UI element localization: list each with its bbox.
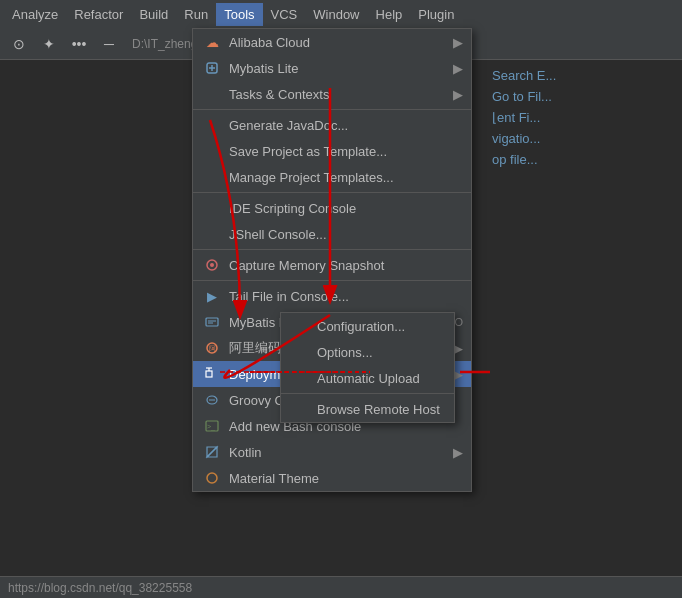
- menu-plugin[interactable]: Plugin: [410, 3, 462, 26]
- tail-icon: ▶: [201, 289, 223, 304]
- arrow-icon: ▶: [453, 35, 463, 50]
- mybatis-icon: [201, 61, 223, 75]
- config-label: Configuration...: [317, 319, 446, 334]
- deployment-icon: [201, 367, 223, 381]
- menu-vcs[interactable]: VCS: [263, 3, 306, 26]
- separator-3: [193, 249, 471, 250]
- alibaba-encode-icon: 阿: [201, 341, 223, 355]
- browse-remote-label: Browse Remote Host: [317, 402, 446, 417]
- tasks-label: Tasks & Contexts: [229, 87, 453, 102]
- kotlin-arrow-icon: ▶: [453, 445, 463, 460]
- menu-manage-templates[interactable]: Manage Project Templates...: [193, 164, 471, 190]
- javadoc-label: Generate JavaDoc...: [229, 118, 463, 133]
- menu-help[interactable]: Help: [368, 3, 411, 26]
- options-label: Options...: [317, 345, 446, 360]
- auto-upload-label: Automatic Upload: [317, 371, 446, 386]
- mybatis-log-icon: [201, 315, 223, 329]
- menubar: Analyze Refactor Build Run Tools VCS Win…: [0, 0, 682, 28]
- menu-analyze[interactable]: Analyze: [4, 3, 66, 26]
- svg-marker-18: [207, 447, 217, 457]
- submenu-browse-remote[interactable]: Browse Remote Host: [281, 396, 454, 422]
- dropdown-overlay: ☁ Alibaba Cloud ▶ Mybatis Lite ▶ Tasks &…: [0, 28, 682, 598]
- manage-templates-label: Manage Project Templates...: [229, 170, 463, 185]
- bash-icon: >_: [201, 419, 223, 433]
- alibaba-cloud-label: Alibaba Cloud: [229, 35, 453, 50]
- menu-window[interactable]: Window: [305, 3, 367, 26]
- submenu-auto-upload[interactable]: Automatic Upload: [281, 365, 454, 391]
- mybatis-lite-label: Mybatis Lite: [229, 61, 453, 76]
- menu-tasks-contexts[interactable]: Tasks & Contexts ▶: [193, 81, 471, 107]
- alibaba-cloud-icon: ☁: [201, 35, 223, 50]
- arrow-icon: ▶: [453, 87, 463, 102]
- menu-alibaba-cloud[interactable]: ☁ Alibaba Cloud ▶: [193, 29, 471, 55]
- kotlin-icon: [201, 445, 223, 459]
- separator-2: [193, 192, 471, 193]
- menu-tools[interactable]: Tools: [216, 3, 262, 26]
- tail-file-label: Tail File in Console...: [229, 289, 463, 304]
- menu-build[interactable]: Build: [131, 3, 176, 26]
- kotlin-label: Kotlin: [229, 445, 453, 460]
- submenu-options[interactable]: Options...: [281, 339, 454, 365]
- menu-tail-file[interactable]: ▶ Tail File in Console...: [193, 283, 471, 309]
- menu-save-project[interactable]: Save Project as Template...: [193, 138, 471, 164]
- menu-kotlin[interactable]: Kotlin ▶: [193, 439, 471, 465]
- capture-memory-label: Capture Memory Snapshot: [229, 258, 463, 273]
- menu-generate-javadoc[interactable]: Generate JavaDoc...: [193, 112, 471, 138]
- svg-rect-10: [206, 371, 212, 377]
- menu-ide-scripting[interactable]: IDE Scripting Console: [193, 195, 471, 221]
- material-icon: [201, 471, 223, 485]
- arrow-icon: ▶: [453, 61, 463, 76]
- svg-point-4: [210, 263, 214, 267]
- menu-material-theme[interactable]: Material Theme: [193, 465, 471, 491]
- separator-1: [193, 109, 471, 110]
- menu-refactor[interactable]: Refactor: [66, 3, 131, 26]
- menu-mybatis-lite[interactable]: Mybatis Lite ▶: [193, 55, 471, 81]
- ide-scripting-label: IDE Scripting Console: [229, 201, 463, 216]
- separator-4: [193, 280, 471, 281]
- deployment-submenu: Configuration... Options... Automatic Up…: [280, 312, 455, 423]
- submenu-separator: [281, 393, 454, 394]
- svg-point-19: [207, 473, 217, 483]
- save-project-label: Save Project as Template...: [229, 144, 463, 159]
- memory-icon: [201, 258, 223, 272]
- jshell-label: JShell Console...: [229, 227, 463, 242]
- menu-jshell[interactable]: JShell Console...: [193, 221, 471, 247]
- material-theme-label: Material Theme: [229, 471, 463, 486]
- menu-capture-memory[interactable]: Capture Memory Snapshot: [193, 252, 471, 278]
- svg-text:>_: >_: [207, 423, 215, 431]
- svg-rect-5: [206, 318, 218, 326]
- menu-run[interactable]: Run: [176, 3, 216, 26]
- svg-text:阿: 阿: [209, 345, 216, 352]
- submenu-configuration[interactable]: Configuration...: [281, 313, 454, 339]
- groovy-icon: [201, 393, 223, 407]
